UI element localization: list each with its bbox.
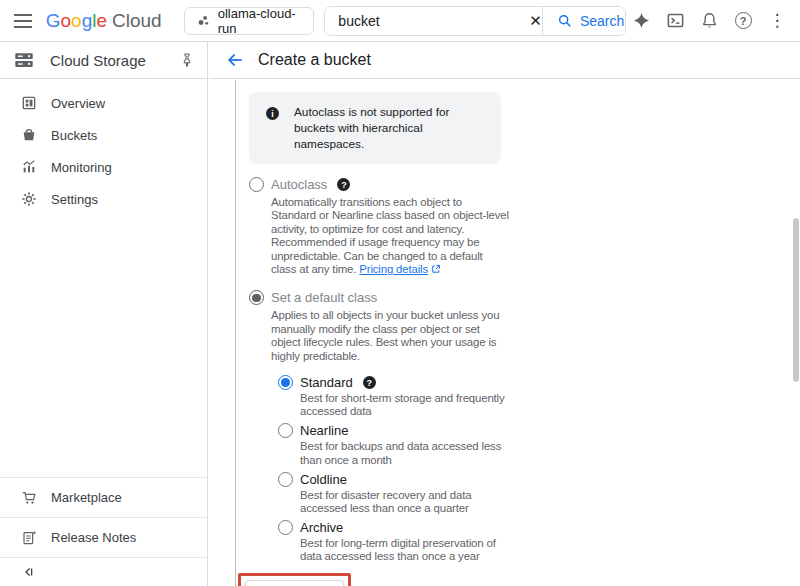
sidebar-item-release-notes[interactable]: Release Notes bbox=[0, 517, 207, 557]
autoclass-label: Autoclass bbox=[271, 177, 327, 192]
pin-icon[interactable] bbox=[179, 52, 195, 68]
logo-letter: o bbox=[71, 10, 82, 32]
sidebar-item-label: Release Notes bbox=[51, 530, 136, 545]
autoclass-option: Autoclass ? Automatically transitions ea… bbox=[249, 177, 501, 276]
sidebar-item-label: Marketplace bbox=[51, 490, 122, 505]
project-icon bbox=[197, 13, 210, 28]
search-input[interactable] bbox=[325, 7, 529, 35]
archive-radio[interactable] bbox=[278, 520, 293, 535]
page-header: Create a bucket bbox=[209, 42, 800, 79]
logo-cloud-text: Cloud bbox=[112, 10, 162, 32]
class-option-coldline: Coldline Best for disaster recovery and … bbox=[278, 472, 501, 515]
annotation-highlight-box: CONTINUE bbox=[238, 573, 351, 586]
pricing-details-link[interactable]: Pricing details bbox=[359, 263, 428, 275]
sidebar-item-marketplace[interactable]: Marketplace bbox=[0, 477, 207, 517]
default-class-option: Set a default class Applies to all objec… bbox=[249, 290, 501, 363]
autoclass-description: Automatically transitions each object to… bbox=[271, 196, 509, 276]
buckets-icon bbox=[21, 127, 37, 143]
search-icon bbox=[557, 13, 573, 29]
main-menu-icon[interactable] bbox=[8, 4, 38, 38]
notifications-bell-icon[interactable] bbox=[694, 6, 724, 36]
sidebar-nav: Overview Buckets bbox=[0, 79, 207, 215]
main-panel: Create a bucket i Autoclass is not suppo… bbox=[209, 42, 800, 586]
top-bar-actions: ? ⋮ bbox=[626, 6, 800, 36]
sidebar-item-label: Overview bbox=[51, 96, 105, 111]
standard-label: Standard bbox=[300, 375, 353, 390]
sidebar-footer: Marketplace Release Notes bbox=[0, 477, 207, 586]
autoclass-help-icon[interactable]: ? bbox=[337, 178, 350, 191]
sidebar-item-label: Buckets bbox=[51, 128, 97, 143]
storage-class-radio-group: Standard ? Best for short-term storage a… bbox=[278, 375, 501, 564]
logo-letter: o bbox=[60, 10, 71, 32]
sidebar: Cloud Storage Overview bbox=[0, 42, 208, 586]
scrollbar-thumb[interactable] bbox=[793, 218, 799, 382]
standard-radio[interactable] bbox=[278, 375, 293, 390]
nearline-radio[interactable] bbox=[278, 423, 293, 438]
marketplace-cart-icon bbox=[21, 490, 37, 506]
collapse-sidebar-button[interactable] bbox=[0, 557, 207, 586]
back-arrow-icon[interactable] bbox=[224, 49, 246, 71]
page-title: Create a bucket bbox=[258, 51, 371, 69]
archive-description: Best for long-term digital preservation … bbox=[300, 537, 512, 563]
logo-letter: g bbox=[82, 10, 93, 32]
search-button[interactable]: Search bbox=[542, 7, 626, 35]
sidebar-title: Cloud Storage bbox=[50, 52, 146, 69]
google-cloud-logo[interactable]: Google Cloud bbox=[46, 10, 162, 32]
project-name: ollama-cloud-run bbox=[218, 6, 302, 36]
class-option-standard: Standard ? Best for short-term storage a… bbox=[278, 375, 501, 418]
standard-description: Best for short-term storage and frequent… bbox=[300, 392, 512, 418]
sidebar-item-label: Monitoring bbox=[51, 160, 112, 175]
storage-class-step: i Autoclass is not supported for buckets… bbox=[249, 80, 501, 586]
logo-letter: e bbox=[96, 10, 107, 32]
search-bar: ✕ Search bbox=[324, 6, 626, 36]
search-button-label: Search bbox=[580, 13, 624, 29]
coldline-label: Coldline bbox=[300, 472, 347, 487]
collapse-icon bbox=[21, 565, 37, 579]
sidebar-item-settings[interactable]: Settings bbox=[0, 183, 207, 215]
nearline-label: Nearline bbox=[300, 423, 348, 438]
standard-help-icon[interactable]: ? bbox=[363, 376, 376, 389]
autoclass-radio[interactable] bbox=[249, 177, 264, 192]
logo-letter: G bbox=[46, 10, 61, 32]
cloud-shell-icon[interactable] bbox=[660, 6, 690, 36]
more-options-icon[interactable]: ⋮ bbox=[762, 6, 792, 36]
cloud-storage-icon bbox=[13, 49, 35, 71]
info-banner: i Autoclass is not supported for buckets… bbox=[249, 92, 501, 164]
default-class-label: Set a default class bbox=[271, 290, 377, 305]
release-notes-icon bbox=[21, 530, 37, 546]
sidebar-item-buckets[interactable]: Buckets bbox=[0, 119, 207, 151]
monitoring-icon bbox=[21, 159, 37, 175]
coldline-description: Best for disaster recovery and data acce… bbox=[300, 489, 512, 515]
continue-button[interactable]: CONTINUE bbox=[245, 580, 344, 586]
archive-label: Archive bbox=[300, 520, 343, 535]
sidebar-item-overview[interactable]: Overview bbox=[0, 87, 207, 119]
google-cloud-console: Google Cloud ollama-cloud-run ✕ Search bbox=[0, 0, 800, 586]
form-scroll-area: i Autoclass is not supported for buckets… bbox=[209, 80, 800, 586]
overview-icon bbox=[21, 95, 37, 111]
sidebar-item-monitoring[interactable]: Monitoring bbox=[0, 151, 207, 183]
default-class-radio[interactable] bbox=[249, 290, 264, 305]
default-class-description: Applies to all objects in your bucket un… bbox=[271, 309, 509, 363]
settings-gear-icon bbox=[21, 191, 37, 207]
help-icon[interactable]: ? bbox=[728, 6, 758, 36]
project-selector[interactable]: ollama-cloud-run bbox=[184, 7, 315, 35]
clear-search-icon[interactable]: ✕ bbox=[529, 7, 542, 35]
class-option-archive: Archive Best for long-term digital prese… bbox=[278, 520, 501, 563]
info-banner-text: Autoclass is not supported for buckets w… bbox=[294, 104, 472, 152]
class-option-nearline: Nearline Best for backups and data acces… bbox=[278, 423, 501, 466]
top-bar: Google Cloud ollama-cloud-run ✕ Search bbox=[0, 0, 800, 42]
nearline-description: Best for backups and data accessed less … bbox=[300, 440, 512, 466]
gemini-spark-icon[interactable] bbox=[626, 6, 656, 36]
coldline-radio[interactable] bbox=[278, 472, 293, 487]
info-icon: i bbox=[266, 107, 279, 120]
sidebar-item-label: Settings bbox=[51, 192, 98, 207]
sidebar-header: Cloud Storage bbox=[0, 42, 207, 79]
external-link-icon bbox=[431, 264, 441, 274]
stepper-connector-line bbox=[235, 80, 236, 586]
